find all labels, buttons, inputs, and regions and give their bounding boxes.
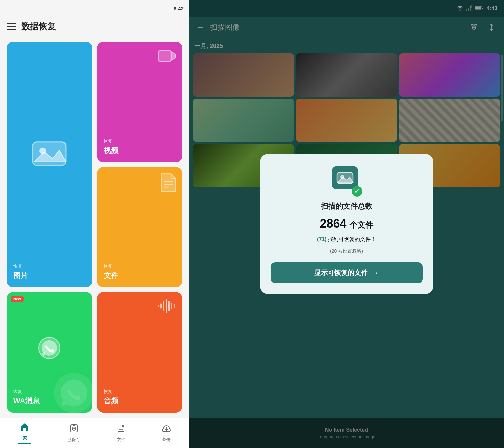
svg-rect-5: [158, 50, 171, 62]
card-file[interactable]: 恢复 文件: [97, 167, 183, 288]
file-card-label: 恢复: [104, 263, 176, 269]
files-nav-icon: [116, 424, 126, 435]
nav-saved-label: 已保存: [67, 437, 80, 443]
svg-point-21: [73, 428, 75, 429]
nav-home-label: 家: [23, 435, 27, 441]
dialog-found: (71) 找到可恢复的文件！: [317, 236, 376, 243]
card-video[interactable]: 恢复 视频: [97, 42, 183, 162]
dialog-btn-arrow: →: [372, 269, 379, 277]
audio-card-label: 恢复: [104, 389, 176, 395]
dialog-icon: ✓: [332, 166, 362, 196]
nav-backup-label: 备份: [162, 437, 171, 443]
new-badge: New: [11, 296, 24, 302]
nav-active-indicator: [18, 443, 31, 444]
audio-icon: [156, 298, 176, 318]
svg-marker-6: [172, 52, 176, 60]
nav-home[interactable]: 家: [13, 420, 37, 447]
backup-nav-icon: [162, 424, 171, 435]
left-status-time: 8:42: [174, 6, 184, 11]
dialog-btn-label: 显示可恢复的文件: [314, 268, 368, 277]
left-panel: 8:42 数据恢复 恢复 图片: [0, 0, 189, 448]
file-card-title: 文件: [104, 271, 176, 281]
menu-icon[interactable]: [7, 23, 16, 30]
dialog-overlay: ✓ 扫描的文件总数 2864 个文件 (71) 找到可恢复的文件！ (20 被设…: [189, 0, 504, 448]
video-card-label: 恢复: [104, 138, 176, 144]
saved-nav-icon: [69, 424, 79, 435]
dialog-heading: 扫描的文件总数: [321, 201, 372, 211]
video-icon: [158, 48, 176, 68]
dialog-count-number: 2864: [320, 217, 346, 231]
photo-card-icon: [31, 137, 68, 171]
dialog-count-row: 2864 个文件: [320, 217, 373, 231]
nav-backup[interactable]: 备份: [156, 421, 176, 445]
right-panel: 4:43 ← 扫描图像 一月, 2: [189, 0, 504, 448]
dialog-found-text: 找到可恢复的文件！: [328, 236, 376, 242]
dialog-icon-main: [332, 166, 358, 189]
nav-files-label: 文件: [117, 437, 125, 443]
audio-card-title: 音频: [104, 396, 176, 406]
wa-center-icon: [38, 336, 61, 361]
scan-results-dialog: ✓ 扫描的文件总数 2864 个文件 (71) 找到可恢复的文件！ (20 被设…: [260, 154, 433, 294]
left-header: 数据恢复: [0, 17, 189, 36]
card-photo[interactable]: 恢复 图片: [7, 42, 92, 287]
dialog-count-unit: 个文件: [349, 220, 373, 230]
svg-rect-22: [73, 425, 75, 426]
card-wa[interactable]: New 恢复 WA消息: [7, 292, 92, 413]
page-title: 数据恢复: [21, 21, 56, 32]
dialog-icon-check: ✓: [352, 186, 362, 197]
show-recoverable-button[interactable]: 显示可恢复的文件 →: [271, 262, 423, 283]
home-nav-icon: [20, 422, 29, 434]
card-audio[interactable]: 恢复 音频: [97, 292, 183, 413]
left-status-bar: 8:42: [0, 0, 189, 17]
wa-bg-icon: [52, 371, 92, 413]
nav-files[interactable]: 文件: [111, 421, 131, 445]
photo-card-title: 图片: [13, 271, 86, 281]
nav-saved[interactable]: 已保存: [62, 421, 86, 445]
dialog-ignored: (20 被设置忽略): [330, 248, 363, 254]
video-card-title: 视频: [104, 146, 176, 156]
photo-card-label: 恢复: [13, 263, 86, 269]
dialog-found-count: (71): [317, 236, 326, 242]
cards-grid: 恢复 图片 恢复 视频: [0, 36, 189, 418]
file-icon: [160, 173, 176, 196]
bottom-nav: 家 已保存 文件: [0, 418, 189, 448]
